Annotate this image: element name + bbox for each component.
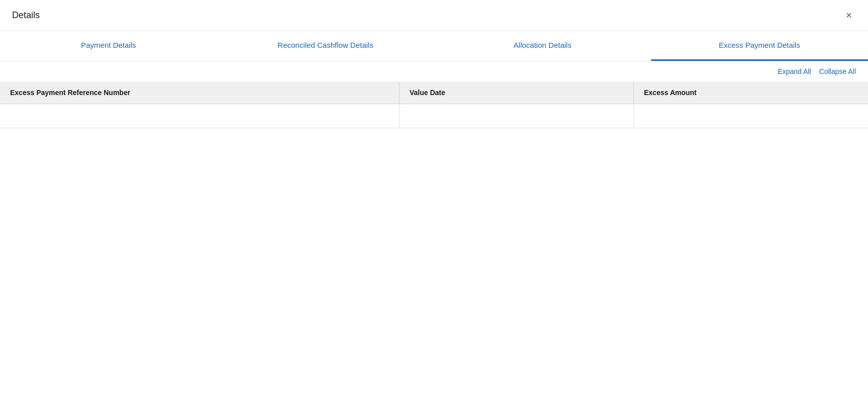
col-header-ref: Excess Payment Reference Number: [0, 82, 400, 104]
tabs-bar: Payment Details Reconciled Cashflow Deta…: [0, 31, 868, 61]
excess-payment-table: Excess Payment Reference Number Value Da…: [0, 82, 868, 128]
tab-payment-details[interactable]: Payment Details: [0, 31, 217, 61]
expand-all-button[interactable]: Expand All: [778, 65, 811, 77]
table-header-row: Excess Payment Reference Number Value Da…: [0, 82, 868, 104]
tab-allocation-details[interactable]: Allocation Details: [434, 31, 651, 61]
excess-payment-table-container: Excess Payment Reference Number Value Da…: [0, 82, 868, 128]
actions-bar: Expand All Collapse All: [0, 61, 868, 82]
collapse-all-button[interactable]: Collapse All: [819, 65, 856, 77]
col-header-amount: Excess Amount: [634, 82, 868, 104]
col-header-date: Value Date: [400, 82, 634, 104]
modal-title: Details: [12, 10, 40, 21]
modal-header: Details ×: [0, 0, 868, 31]
cell-date: [400, 104, 634, 128]
details-modal: Details × Payment Details Reconciled Cas…: [0, 0, 868, 407]
cell-amount: [634, 104, 868, 128]
table-row: [0, 104, 868, 128]
cell-ref: [0, 104, 400, 128]
tab-reconciled-cashflow[interactable]: Reconciled Cashflow Details: [217, 31, 434, 61]
tab-excess-payment-details[interactable]: Excess Payment Details: [651, 31, 868, 61]
close-button[interactable]: ×: [842, 8, 856, 22]
modal-body: Expand All Collapse All Excess Payment R…: [0, 61, 868, 407]
